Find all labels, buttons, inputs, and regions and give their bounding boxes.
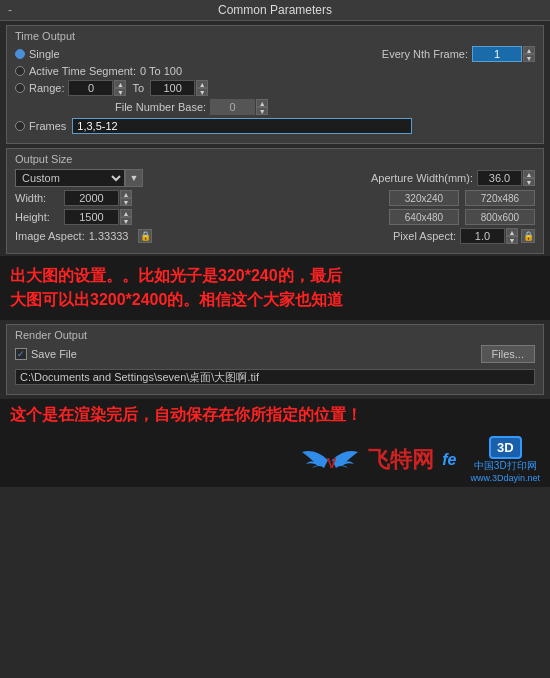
height-row: Height: ▲ ▼ 640x480 800x600 <box>15 209 535 225</box>
pixel-aspect-lock[interactable]: 🔒 <box>521 229 535 243</box>
size-720x486-btn[interactable]: 720x486 <box>465 190 535 206</box>
every-nth-spinner[interactable]: ▲ ▼ <box>523 46 535 62</box>
title-bar-dash: - <box>8 3 12 17</box>
image-aspect-value: 1.33333 <box>89 230 129 242</box>
render-output-panel: Render Output ✓ Save File Files... <box>6 324 544 395</box>
save-file-row: ✓ Save File Files... <box>15 345 535 363</box>
annotation-1-line2: 大图可以出3200*2400的。相信这个大家也知道 <box>10 288 540 312</box>
image-aspect-lock[interactable]: 🔒 <box>138 229 152 243</box>
logo-area: V 飞特网 fe 3D 中国3D打印网 www.3Ddayin.net <box>0 432 550 487</box>
size-800x600-btn[interactable]: 800x600 <box>465 209 535 225</box>
file-number-input[interactable] <box>210 99 255 115</box>
time-output-panel: Time Output Single Every Nth Frame: ▲ ▼ … <box>6 25 544 144</box>
logo-english-text: fe <box>442 451 456 469</box>
height-spinner[interactable]: ▲ ▼ <box>120 209 132 225</box>
svg-text:V: V <box>327 455 337 471</box>
range-radio[interactable] <box>15 83 25 93</box>
wings-icon: V <box>300 440 360 480</box>
save-file-checkbox[interactable]: ✓ <box>15 348 27 360</box>
width-spinner[interactable]: ▲ ▼ <box>120 190 132 206</box>
single-row: Single Every Nth Frame: ▲ ▼ <box>15 46 535 62</box>
frames-radio[interactable] <box>15 121 25 131</box>
height-label: Height: <box>15 211 60 223</box>
range-label: Range: <box>29 82 64 94</box>
to-label: To <box>132 82 144 94</box>
every-nth-input[interactable] <box>472 46 522 62</box>
size-640x480-btn[interactable]: 640x480 <box>389 209 459 225</box>
annotation-2: 这个是在渲染完后，自动保存在你所指定的位置！ <box>0 399 550 432</box>
single-label: Single <box>29 48 60 60</box>
annotation-1-line1: 出大图的设置。。比如光子是320*240的，最后 <box>10 264 540 288</box>
file-number-label: File Number Base: <box>115 101 206 113</box>
preset-select[interactable]: Custom <box>15 169 125 187</box>
active-time-radio[interactable] <box>15 66 25 76</box>
range-to-input[interactable] <box>150 80 195 96</box>
watermark-url: www.3Ddayin.net <box>470 473 540 483</box>
range-to-spinner[interactable]: ▲ ▼ <box>196 80 208 96</box>
output-size-title: Output Size <box>15 153 535 165</box>
file-path-input[interactable] <box>15 369 535 385</box>
width-input[interactable] <box>64 190 119 206</box>
annotation-1: 出大图的设置。。比如光子是320*240的，最后 大图可以出3200*2400的… <box>0 256 550 320</box>
frames-label: Frames <box>29 120 66 132</box>
frames-row: Frames <box>15 118 535 134</box>
range-from-spinner[interactable]: ▲ ▼ <box>114 80 126 96</box>
window-title: Common Parameters <box>218 3 332 17</box>
aperture-label: Aperture Width(mm): <box>371 172 473 184</box>
size-320x240-btn[interactable]: 320x240 <box>389 190 459 206</box>
aperture-input[interactable] <box>477 170 522 186</box>
single-radio[interactable] <box>15 49 25 59</box>
range-row: Range: ▲ ▼ To ▲ ▼ <box>15 80 535 96</box>
pixel-aspect-label: Pixel Aspect: <box>393 230 456 242</box>
width-row: Width: ▲ ▼ 320x240 720x486 <box>15 190 535 206</box>
active-time-label: Active Time Segment: <box>29 65 136 77</box>
annotation-2-text: 这个是在渲染完后，自动保存在你所指定的位置！ <box>10 405 540 426</box>
frames-input[interactable] <box>72 118 412 134</box>
range-from-input[interactable] <box>68 80 113 96</box>
output-size-panel: Output Size Custom ▼ Aperture Width(mm):… <box>6 148 544 254</box>
logo-chinese-text: 飞特网 <box>368 445 434 475</box>
preset-dropdown-btn[interactable]: ▼ <box>125 169 143 187</box>
height-input[interactable] <box>64 209 119 225</box>
save-file-checkbox-row: ✓ Save File <box>15 348 81 360</box>
time-output-title: Time Output <box>15 30 535 42</box>
active-time-row: Active Time Segment: 0 To 100 <box>15 65 535 77</box>
render-output-title: Render Output <box>15 329 535 341</box>
aperture-spinner[interactable]: ▲ ▼ <box>523 170 535 186</box>
save-file-label: Save File <box>31 348 77 360</box>
file-number-spinner[interactable]: ▲ ▼ <box>256 99 268 115</box>
file-path-row <box>15 366 535 385</box>
aspect-row: Image Aspect: 1.33333 🔒 Pixel Aspect: ▲ … <box>15 228 535 244</box>
width-label: Width: <box>15 192 60 204</box>
pixel-aspect-input[interactable] <box>460 228 505 244</box>
active-time-range: 0 To 100 <box>140 65 182 77</box>
watermark-text: 中国3D打印网 <box>474 459 537 473</box>
image-aspect-label: Image Aspect: <box>15 230 85 242</box>
every-nth-label: Every Nth Frame: <box>382 48 468 60</box>
files-button[interactable]: Files... <box>481 345 535 363</box>
preset-aperture-row: Custom ▼ Aperture Width(mm): ▲ ▼ <box>15 169 535 187</box>
file-number-row: File Number Base: ▲ ▼ <box>115 99 535 115</box>
pixel-aspect-spinner[interactable]: ▲ ▼ <box>506 228 518 244</box>
